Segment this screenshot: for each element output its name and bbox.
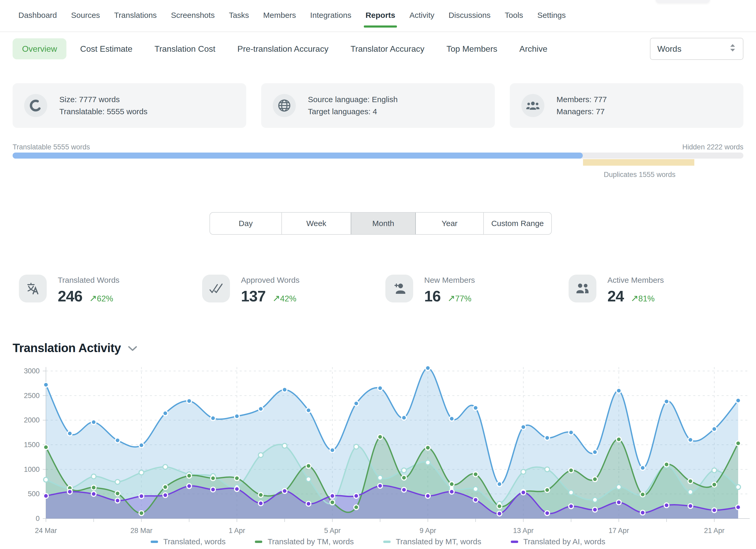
period-year-button[interactable]: Year (415, 213, 483, 234)
top-navigation: Dashboard Sources Translations Screensho… (0, 0, 756, 32)
people-icon (569, 275, 596, 302)
legend-dash-green (255, 541, 262, 543)
stat-label: Approved Words (241, 276, 300, 285)
stat-delta: ↗62% (89, 293, 113, 304)
svg-text:17 Apr: 17 Apr (608, 527, 629, 535)
period-month-button[interactable]: Month (351, 213, 415, 234)
globe-icon (273, 94, 296, 117)
chart-legend: Translated, words Translated by TM, word… (0, 537, 756, 546)
card-managers-line: Managers: 77 (557, 106, 607, 118)
svg-text:5 Apr: 5 Apr (324, 527, 341, 535)
nav-item-reports[interactable]: Reports (365, 11, 396, 28)
svg-text:24 Mar: 24 Mar (35, 527, 57, 535)
card-members: Members: 777 Managers: 77 (510, 83, 743, 128)
double-check-icon (202, 275, 230, 302)
svg-text:28 Mar: 28 Mar (130, 527, 153, 535)
unit-select-value: Words (657, 44, 681, 54)
svg-text:21 Apr: 21 Apr (704, 527, 725, 535)
duplicates-words-label: Duplicates 1555 words (604, 171, 675, 179)
svg-text:9 Apr: 9 Apr (419, 527, 436, 535)
sort-arrows-icon (729, 43, 736, 54)
duplicates-words-bar (583, 159, 694, 166)
stat-tiles: Translated Words 246 ↗62% Approved Words… (19, 275, 752, 305)
nav-item-translations[interactable]: Translations (114, 11, 157, 28)
stat-label: Active Members (607, 276, 664, 285)
period-day-button[interactable]: Day (210, 213, 281, 234)
nav-item-tools[interactable]: Tools (504, 11, 524, 28)
stat-value: 137 (241, 287, 266, 305)
nav-item-screenshots[interactable]: Screenshots (170, 11, 215, 28)
trend-up-icon: ↗ (89, 293, 97, 303)
legend-dash-blue (151, 541, 158, 543)
chevron-down-icon[interactable] (128, 346, 137, 353)
stat-delta: ↗42% (272, 293, 296, 304)
progress-labels: Translatable 5555 words Hidden 2222 word… (13, 143, 743, 151)
stat-value: 246 (58, 287, 82, 305)
summary-cards: Size: 7777 words Translatable: 5555 word… (13, 83, 743, 128)
svg-text:1 Apr: 1 Apr (229, 527, 245, 535)
nav-item-members[interactable]: Members (263, 11, 297, 28)
stat-label: New Members (424, 276, 475, 285)
period-week-button[interactable]: Week (281, 213, 351, 234)
svg-text:3000: 3000 (24, 367, 40, 375)
svg-text:1000: 1000 (24, 466, 40, 473)
trend-up-icon: ↗ (272, 293, 280, 303)
svg-text:13 Apr: 13 Apr (513, 527, 534, 535)
tab-pre-translation-accuracy[interactable]: Pre-translation Accuracy (237, 44, 328, 54)
svg-text:500: 500 (28, 490, 40, 498)
period-custom-range-button[interactable]: Custom Range (483, 213, 551, 234)
card-source-language-line: Source language: English (308, 93, 398, 106)
tab-overview[interactable]: Overview (13, 38, 66, 59)
stat-value: 16 (424, 287, 441, 305)
legend-dash-teal (383, 541, 391, 543)
legend-dash-purple (511, 541, 518, 543)
donut-chart-icon (24, 94, 47, 117)
person-add-icon (385, 275, 413, 302)
stat-approved-words: Approved Words 137 ↗42% (202, 275, 385, 305)
legend-translated[interactable]: Translated, words (151, 537, 225, 546)
nav-item-dashboard[interactable]: Dashboard (18, 11, 57, 28)
card-size-line: Size: 7777 words (59, 93, 148, 106)
svg-text:0: 0 (36, 515, 40, 522)
stat-active-members: Active Members 24 ↗81% (569, 275, 752, 305)
nav-item-tasks[interactable]: Tasks (228, 11, 250, 28)
tab-translator-accuracy[interactable]: Translator Accuracy (350, 44, 424, 54)
card-translatable-line: Translatable: 5555 words (59, 106, 148, 118)
svg-text:1500: 1500 (24, 441, 40, 449)
legend-translated-by-mt[interactable]: Translated by MT, words (383, 537, 481, 546)
legend-label: Translated by TM, words (267, 537, 354, 546)
legend-translated-by-tm[interactable]: Translated by TM, words (255, 537, 354, 546)
legend-label: Translated by MT, words (396, 537, 481, 546)
translate-icon (19, 275, 47, 302)
stat-value: 24 (607, 287, 624, 305)
svg-text:2000: 2000 (24, 416, 40, 424)
stat-translated-words: Translated Words 246 ↗62% (19, 275, 202, 305)
card-project-size: Size: 7777 words Translatable: 5555 word… (13, 83, 246, 128)
legend-translated-by-ai[interactable]: Translated by AI, words (511, 537, 605, 546)
trend-up-icon: ↗ (631, 293, 638, 303)
translation-activity-chart: 05001000150020002500300024 Mar28 Mar1 Ap… (0, 362, 756, 536)
nav-item-sources[interactable]: Sources (71, 11, 101, 28)
hidden-words-label: Hidden 2222 words (682, 143, 743, 151)
trend-up-icon: ↗ (448, 293, 455, 303)
nav-item-activity[interactable]: Activity (409, 11, 435, 28)
translatable-words-bar (13, 153, 583, 159)
stat-label: Translated Words (58, 276, 119, 285)
card-members-line: Members: 777 (557, 93, 607, 106)
unit-select[interactable]: Words (650, 38, 743, 60)
reports-subnav: Overview Cost Estimate Translation Cost … (13, 34, 743, 63)
tab-archive[interactable]: Archive (519, 44, 548, 54)
tab-top-members[interactable]: Top Members (447, 44, 497, 54)
tab-translation-cost[interactable]: Translation Cost (155, 44, 216, 54)
tab-cost-estimate[interactable]: Cost Estimate (80, 44, 132, 54)
nav-item-settings[interactable]: Settings (537, 11, 566, 28)
translation-activity-header: Translation Activity (13, 341, 137, 355)
legend-label: Translated by AI, words (523, 537, 605, 546)
nav-item-discussions[interactable]: Discussions (448, 11, 491, 28)
legend-label: Translated, words (163, 537, 225, 546)
nav-item-integrations[interactable]: Integrations (310, 11, 352, 28)
translatable-words-label: Translatable 5555 words (13, 143, 90, 151)
card-target-languages-line: Target languages: 4 (308, 106, 398, 118)
stat-new-members: New Members 16 ↗77% (385, 275, 569, 305)
members-icon (521, 94, 544, 117)
